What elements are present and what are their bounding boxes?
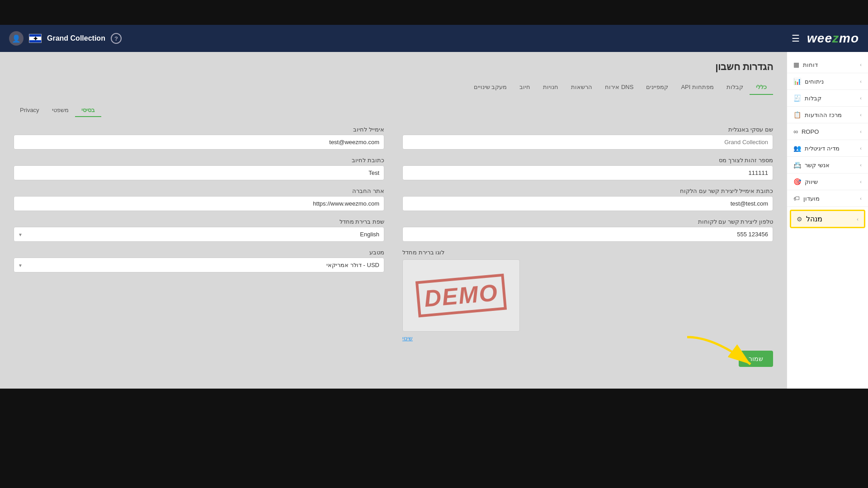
- chevron-right-icon-admin: ›: [857, 216, 859, 222]
- sidebar-item-contacts[interactable]: › אנשי קשר 📇: [787, 157, 868, 174]
- sidebar-label-digital-media: מדיה דיגיטלית: [805, 145, 840, 152]
- tab-stores[interactable]: חנויות: [537, 80, 565, 95]
- form-grid: שם עסקי באנגלית אימייל לחיוב מספר זהות ל…: [14, 126, 773, 342]
- logo-box: DEMO: [402, 259, 520, 332]
- reports-icon: ▦: [793, 61, 799, 68]
- currency-select-wrapper: USD - דולר אמריקאי EUR ILS: [14, 258, 384, 272]
- chevron-right-icon-knowledge: ›: [860, 112, 862, 117]
- business-name-input[interactable]: [402, 135, 773, 150]
- default-language-label: שפת ברירת מחדל: [14, 218, 384, 225]
- tab-campaigns[interactable]: קמפיינים: [640, 80, 675, 95]
- demo-stamp: DEMO: [415, 274, 507, 318]
- sidebar-item-billing[interactable]: › קבלות 🧾: [787, 90, 868, 107]
- website-input[interactable]: [14, 196, 384, 211]
- analytics-icon: 📊: [793, 78, 801, 85]
- sidebar-item-left-contacts: אנשי קשר 📇: [793, 161, 830, 169]
- header-left: 👤 ✦ Grand Collection ?: [9, 31, 122, 46]
- logo-edit-link[interactable]: שינוי: [402, 335, 413, 342]
- billing-address-label: כתובת לחיוב: [14, 157, 384, 164]
- default-language-select-wrapper: English עברית: [14, 227, 384, 242]
- app-logo: weezmo: [807, 31, 859, 46]
- sidebar-label-marketing: שיווק: [805, 178, 818, 185]
- tab-dns[interactable]: DNS אירוח: [599, 80, 640, 95]
- contact-email-input[interactable]: [402, 196, 773, 211]
- menu-icon[interactable]: ☰: [792, 33, 800, 44]
- tab-billing2[interactable]: חיוב: [513, 80, 537, 95]
- sidebar-item-left-club: מועדון 🏷: [793, 195, 820, 202]
- sidebar-item-digital-media[interactable]: › מדיה דיגיטלית 👥: [787, 140, 868, 157]
- business-name-field: שם עסקי באנגלית: [402, 126, 773, 150]
- digital-media-icon: 👥: [793, 145, 801, 152]
- sidebar-item-admin[interactable]: › מנהל ⚙: [790, 210, 865, 228]
- sidebar-item-left-admin: מנהל ⚙: [797, 215, 822, 223]
- sidebar-label-billing: קבלות: [805, 95, 821, 102]
- contact-phone-input[interactable]: [402, 227, 773, 242]
- tab-billing[interactable]: קבלות: [720, 80, 750, 95]
- contact-phone-label: טלפון ליצירת קשר עם לקוחות: [402, 218, 773, 225]
- contact-email-label: כתובת אימייל ליצירת קשר עם הלקוח: [402, 188, 773, 194]
- billing-email-field: אימייל לחיוב: [14, 126, 384, 150]
- sidebar-item-club[interactable]: › מועדון 🏷: [787, 190, 868, 207]
- billing-email-input[interactable]: [14, 135, 384, 150]
- sub-tab-legal[interactable]: משפטי: [46, 104, 75, 117]
- contact-email-field: כתובת אימייל ליצירת קשר עם הלקוח: [402, 188, 773, 211]
- billing-icon: 🧾: [793, 94, 801, 102]
- sidebar-item-marketing[interactable]: › שיווק 🎯: [787, 174, 868, 190]
- contact-phone-field: טלפון ליצירת קשר עם לקוחות: [402, 218, 773, 242]
- right-sidebar: › דוחות ▦ › ניתוחים 📊 › קבלות 🧾 › מרכז ה…: [787, 52, 868, 389]
- sidebar-item-left-digital-media: מדיה דיגיטלית 👥: [793, 145, 840, 152]
- help-button[interactable]: ?: [111, 33, 122, 44]
- sidebar-item-ropo[interactable]: › ROPO ∞: [787, 123, 868, 140]
- marketing-icon: 🎯: [793, 178, 801, 185]
- tab-permissions[interactable]: הרשאות: [565, 80, 599, 95]
- sidebar-item-left-analytics: ניתוחים 📊: [793, 78, 824, 85]
- sidebar-item-left-marketing: שיווק 🎯: [793, 178, 818, 185]
- chevron-right-icon-billing: ›: [860, 95, 862, 101]
- default-language-field: שפת ברירת מחדל English עברית: [14, 218, 384, 242]
- logo-field: לוגו ברירת מחדל DEMO שינוי: [402, 249, 773, 342]
- app-header: 👤 ✦ Grand Collection ? ☰ weezmo: [0, 25, 868, 52]
- content-area: הגדרות חשבון כללי קבלות מפתחות API קמפיי…: [0, 52, 787, 389]
- chevron-right-icon-ropo: ›: [860, 129, 862, 134]
- sub-tab-privacy[interactable]: Privacy: [14, 104, 46, 117]
- billing-address-input[interactable]: [14, 165, 384, 180]
- sidebar-item-analytics[interactable]: › ניתוחים 📊: [787, 73, 868, 90]
- chevron-right-icon-marketing: ›: [860, 179, 862, 184]
- sidebar-item-left-billing: קבלות 🧾: [793, 94, 821, 102]
- header-right: ☰ weezmo: [792, 31, 859, 46]
- logo-label: לוגו ברירת מחדל: [402, 249, 444, 256]
- business-name-label: שם עסקי באנגלית: [402, 126, 773, 133]
- default-language-select[interactable]: English עברית: [14, 227, 384, 242]
- tab-api[interactable]: מפתחות API: [675, 80, 720, 95]
- sidebar-item-left: דוחות ▦: [793, 61, 818, 68]
- chevron-right-icon-contacts: ›: [860, 162, 862, 168]
- tab-general[interactable]: כללי: [750, 80, 773, 95]
- currency-select[interactable]: USD - דולר אמריקאי EUR ILS: [14, 258, 384, 272]
- chevron-right-icon-club: ›: [860, 196, 862, 201]
- sidebar-item-reports[interactable]: › דוחות ▦: [787, 56, 868, 73]
- sidebar-item-knowledge[interactable]: › מרכז ההודעות 📋: [787, 107, 868, 123]
- sidebar-label-admin: מנהל: [806, 215, 822, 223]
- sidebar-item-left-knowledge: מרכז ההודעות 📋: [793, 111, 842, 118]
- tax-number-field: מספר זהות לצורך מס: [402, 157, 773, 180]
- page-title: הגדרות חשבון: [14, 61, 773, 73]
- admin-gear-icon: ⚙: [797, 216, 802, 223]
- currency-label: מטבע: [14, 249, 384, 256]
- save-button[interactable]: שמור: [739, 351, 773, 367]
- currency-field: מטבע USD - דולר אמריקאי EUR ILS: [14, 249, 384, 342]
- sidebar-label-knowledge: מרכז ההודעות: [805, 112, 842, 118]
- chevron-right-icon: ›: [860, 62, 862, 67]
- avatar[interactable]: 👤: [9, 31, 24, 46]
- ropo-icon: ∞: [793, 128, 798, 135]
- billing-address-field: כתובת לחיוב: [14, 157, 384, 180]
- billing-email-label: אימייל לחיוב: [14, 126, 384, 133]
- contacts-icon: 📇: [793, 161, 801, 169]
- sidebar-label-analytics: ניתוחים: [805, 78, 824, 85]
- bottom-black-bar: [0, 389, 868, 488]
- sub-tab-basic[interactable]: בסיסי: [75, 104, 101, 117]
- header-title: Grand Collection: [47, 34, 105, 42]
- flag-icon: ✦: [29, 34, 42, 43]
- tax-number-input[interactable]: [402, 165, 773, 180]
- tab-track-changes[interactable]: מעקב שינויים: [467, 80, 514, 95]
- chevron-right-icon-analytics: ›: [860, 79, 862, 84]
